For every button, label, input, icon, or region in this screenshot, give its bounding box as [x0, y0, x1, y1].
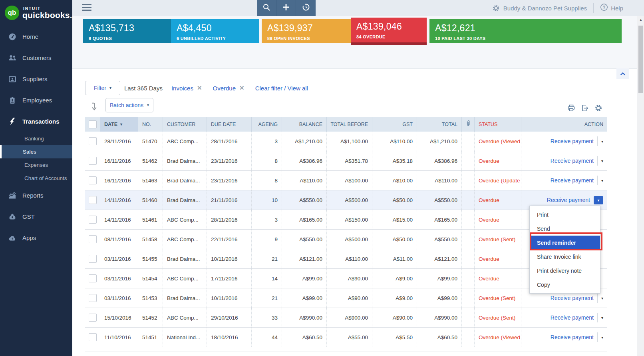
sidebar-subitem-chart-of-accounts[interactable]: Chart of Accounts — [0, 172, 72, 185]
receive-payment-link[interactable]: Receive payment — [547, 197, 590, 203]
receive-payment-link[interactable]: Receive payment — [551, 158, 594, 164]
attachments-cell — [462, 288, 475, 308]
sidebar-item-transactions[interactable]: Transactions — [0, 111, 72, 132]
menu-item-send[interactable]: Send — [530, 222, 600, 236]
sidebar-item-apps[interactable]: Apps — [0, 227, 72, 248]
collapse-money-bar-button[interactable] — [616, 68, 629, 79]
menu-item-copy[interactable]: Copy — [530, 278, 600, 292]
row-checkbox[interactable] — [89, 235, 97, 243]
filter-button[interactable]: Filter ▾ — [85, 81, 120, 95]
sidebar-subitem-expenses[interactable]: Expenses — [0, 158, 72, 172]
action-dropdown-caret-icon[interactable]: ▾ — [601, 178, 603, 183]
receive-payment-link[interactable]: Receive payment — [551, 314, 594, 321]
menu-item-print[interactable]: Print — [530, 208, 600, 222]
action-dropdown-caret-icon[interactable]: ▾ — [601, 316, 603, 320]
receive-payment-link[interactable]: Receive payment — [551, 334, 594, 340]
scroll-down-icon[interactable] — [89, 102, 99, 112]
column-header-balance[interactable]: BALANCE — [282, 117, 327, 132]
column-header-date[interactable]: DATE▾ — [100, 117, 138, 132]
remove-chip-x-icon[interactable]: ✕ — [197, 84, 202, 92]
column-header-total[interactable]: TOTAL — [417, 117, 462, 132]
menu-item-send-reminder[interactable]: Send reminder — [530, 236, 600, 250]
filter-chip-label[interactable]: Invoices — [171, 85, 193, 92]
invoice-row-51458[interactable]: 08/11/201651458ABC Comp...22/11/20169A$5… — [85, 230, 607, 249]
invoice-row-51461[interactable]: 14/11/201651461ABC Comp...28/11/20163A$1… — [85, 210, 607, 230]
table-settings-gear-icon[interactable] — [594, 104, 602, 112]
column-header-no-[interactable]: NO. — [138, 117, 163, 132]
filter-chips: Invoices✕Overdue✕ — [171, 84, 255, 92]
table-tools — [567, 104, 602, 112]
scrollbar-up-arrow[interactable]: ▲ — [637, 18, 644, 22]
help-button[interactable]: ? Help — [600, 3, 623, 13]
menu-item-share-invoice-link[interactable]: Share Invoice link — [530, 250, 600, 264]
invoice-row-51460[interactable]: 14/11/201651460Brad Dalma...21/11/201610… — [85, 190, 607, 210]
column-header-status[interactable]: STATUS — [475, 117, 521, 132]
column-header-ageing[interactable]: AGEING — [252, 117, 282, 132]
action-dropdown-caret-icon[interactable]: ▾ — [601, 296, 603, 300]
sidebar-item-employees[interactable]: Employees — [0, 90, 72, 111]
invoice-row-51451[interactable]: 11/10/201651451National Ind...18/10/2016… — [85, 328, 607, 347]
filter-chip-label[interactable]: Overdue — [213, 85, 236, 92]
company-name[interactable]: Buddy & Dannozo Pet Supplies — [503, 5, 587, 12]
action-dropdown-caret-icon[interactable]: ▾ — [601, 159, 603, 163]
row-checkbox[interactable] — [89, 274, 97, 282]
money-block-88-open-invoices[interactable]: A$139,93788 OPEN INVOICES — [262, 19, 351, 43]
row-checkbox[interactable] — [89, 196, 97, 204]
invoice-row-51453[interactable]: 03/11/201651453Brad Dalma...10/11/201621… — [85, 288, 607, 308]
column-header-total-before[interactable]: TOTAL BEFORE — [327, 117, 372, 132]
search-button[interactable] — [257, 0, 276, 16]
money-block-9-quotes[interactable]: A$135,7139 QUOTES — [83, 19, 171, 43]
sidebar-item-suppliers[interactable]: Suppliers — [0, 68, 72, 90]
money-block-84-overdue[interactable]: A$139,04684 OVERDUE — [351, 18, 427, 45]
row-checkbox[interactable] — [89, 294, 97, 302]
export-icon[interactable] — [581, 104, 589, 112]
row-checkbox[interactable] — [89, 333, 97, 341]
receive-payment-link[interactable]: Receive payment — [551, 138, 594, 144]
customers-icon — [8, 54, 16, 62]
invoice-row-51454[interactable]: 03/11/201651454ABC Comp...17/11/201614A$… — [85, 269, 607, 288]
row-checkbox[interactable] — [89, 314, 97, 322]
sidebar-item-gst[interactable]: GST — [0, 206, 72, 227]
column-header-customer[interactable]: CUSTOMER — [163, 117, 207, 132]
action-dropdown-caret-icon[interactable]: ▾ — [601, 335, 603, 340]
row-checkbox[interactable] — [89, 137, 97, 145]
row-checkbox-cell — [85, 190, 100, 210]
select-all-checkbox[interactable] — [89, 120, 97, 128]
print-icon[interactable] — [567, 104, 575, 112]
invoice-row-51455[interactable]: 03/11/201651455Brad Dalma...10/11/201621… — [85, 249, 607, 269]
sidebar-subitem-sales[interactable]: Sales — [0, 145, 72, 158]
row-checkbox[interactable] — [89, 157, 97, 165]
recent-transactions-button[interactable] — [296, 0, 316, 16]
svg-text:?: ? — [603, 5, 606, 10]
receive-payment-link[interactable]: Receive payment — [551, 295, 594, 301]
row-checkbox[interactable] — [89, 255, 97, 263]
invoice-row-51470[interactable]: 28/11/201651470ABC Comp...28/11/20163A$1… — [85, 132, 607, 151]
action-dropdown-open-button[interactable]: ▾ — [594, 196, 603, 204]
invoice-row-51452[interactable]: 15/10/201651452ABC Comp...29/10/201633A$… — [85, 308, 607, 328]
remove-chip-x-icon[interactable]: ✕ — [239, 84, 244, 92]
row-checkbox[interactable] — [89, 216, 97, 224]
hamburger-menu-icon[interactable] — [82, 4, 91, 12]
clear-filter-link[interactable]: Clear filter / View all — [255, 85, 308, 92]
column-header-due-date[interactable]: DUE DATE — [207, 117, 252, 132]
column-header-action[interactable]: ACTION — [521, 117, 607, 132]
create-new-button[interactable] — [276, 0, 296, 16]
row-checkbox[interactable] — [89, 176, 97, 184]
invoice-row-51463[interactable]: 16/11/201651463Brad Dalma...23/11/20168A… — [85, 171, 607, 190]
apps-icon — [8, 234, 16, 242]
sidebar-subitem-banking[interactable]: Banking — [0, 132, 72, 145]
page-scrollbar[interactable]: ▲ — [637, 16, 644, 356]
sidebar-item-reports[interactable]: Reports — [0, 185, 72, 206]
menu-item-print-delivery-note[interactable]: Print delivery note — [530, 264, 600, 278]
invoice-row-51462[interactable]: 16/11/201651462Brad Dalma...23/11/20168A… — [85, 151, 607, 171]
column-header-gst[interactable]: GST — [372, 117, 417, 132]
sidebar-item-home[interactable]: Home — [0, 26, 72, 47]
scrollbar-thumb[interactable] — [638, 26, 643, 93]
sidebar-item-customers[interactable]: Customers — [0, 47, 72, 68]
money-block-6-unbilled-activity[interactable]: A$4,4506 UNBILLED ACTIVITY — [171, 19, 259, 43]
batch-actions-button[interactable]: Batch actions ▾ — [105, 98, 153, 112]
money-block-10-paid-last-30-days[interactable]: A$12,62110 PAID LAST 30 DAYS — [429, 19, 622, 43]
receive-payment-link[interactable]: Receive payment — [551, 177, 594, 184]
action-dropdown-caret-icon[interactable]: ▾ — [601, 139, 603, 144]
company-gear-icon[interactable] — [492, 4, 500, 12]
